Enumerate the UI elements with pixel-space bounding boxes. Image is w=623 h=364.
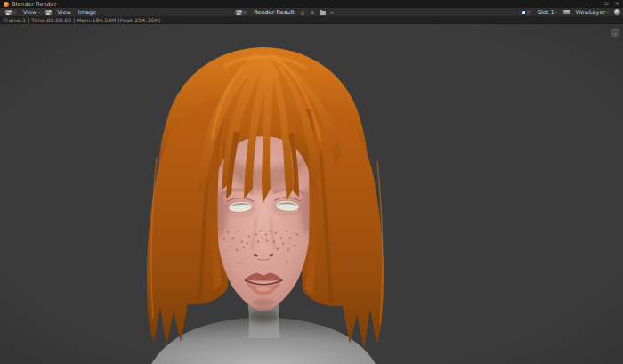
maximize-button[interactable]: ▫ (604, 0, 608, 8)
folder-icon (320, 11, 326, 15)
menu-view-1[interactable]: View ∨ (21, 9, 42, 16)
open-image-button[interactable] (320, 9, 326, 16)
editor-type-button[interactable]: ∨ (3, 9, 18, 16)
view-layer-select[interactable]: ViewLayer ∨ (574, 9, 611, 16)
rgb-channels-icon (521, 10, 526, 15)
menu-view-2-label: View (57, 9, 70, 16)
blender-logo-icon (4, 2, 9, 7)
menu-view-1-label: View (23, 9, 36, 16)
menu-view-2[interactable]: View (55, 9, 72, 16)
image-editor-header: ∨ View ∨ View Image ∨ Render Result ○ ⊘ (0, 8, 623, 17)
render-slot-label: Slot 1 (538, 9, 554, 16)
sidebar-toggle-button[interactable]: ‹ (611, 29, 619, 37)
image-icon (45, 10, 52, 15)
sidebar-toggle-icon: ‹ (614, 30, 616, 36)
chevron-down-icon: ∨ (606, 11, 609, 14)
render-stats-text: Frame:1 | Time:00:00.60 | Mem:184.54M (P… (4, 17, 161, 23)
menu-image-label: Image (78, 9, 96, 16)
chevron-down-icon: ∨ (243, 11, 246, 14)
titlebar: Blender Render – ▫ × (0, 0, 623, 8)
display-channels-button[interactable]: ∨ (518, 9, 532, 16)
window-title: Blender Render (12, 1, 56, 8)
menu-image[interactable]: Image (77, 9, 98, 16)
render-image (0, 24, 623, 364)
chevron-down-icon: ∨ (527, 11, 530, 14)
minimize-button[interactable]: – (595, 0, 598, 8)
matcap-sphere-icon (614, 9, 620, 15)
blender-render-window: Blender Render – ▫ × ∨ View ∨ View Image (0, 0, 623, 364)
view-layer-icon (563, 10, 570, 15)
browse-image-button[interactable]: ∨ (233, 9, 248, 16)
render-slot-select[interactable]: Slot 1 ∨ (536, 9, 560, 16)
browse-image-icon (236, 10, 242, 15)
view-layer-label: ViewLayer (576, 9, 606, 16)
new-image-button[interactable]: ○ (300, 9, 306, 16)
chevron-down-icon: ∨ (555, 11, 558, 14)
chevron-down-icon: ∨ (12, 11, 15, 14)
image-name-field[interactable]: Render Result (252, 9, 295, 16)
image-editor-icon (5, 10, 12, 15)
unlink-image-button[interactable]: × (329, 9, 336, 16)
fake-user-button[interactable]: ⊘ (310, 9, 316, 16)
render-stats-bar: Frame:1 | Time:00:00.60 | Mem:184.54M (P… (0, 17, 623, 24)
close-button[interactable]: × (615, 0, 619, 8)
image-viewport: ‹ (0, 24, 623, 364)
chevron-down-icon: ∨ (37, 11, 40, 14)
